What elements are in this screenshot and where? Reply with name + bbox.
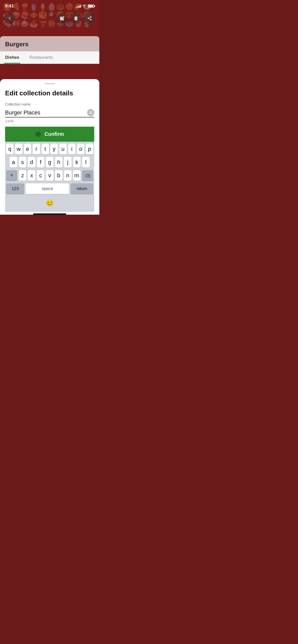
key-n[interactable]: n <box>64 170 71 181</box>
keyboard-row-1: q w e r t y u i o p <box>6 144 93 154</box>
tab-dishes[interactable]: Dishes <box>0 51 24 64</box>
key-y[interactable]: y <box>50 144 58 154</box>
sheet-handle <box>45 83 55 84</box>
key-a[interactable]: a <box>10 157 17 168</box>
key-r[interactable]: r <box>33 144 40 154</box>
key-e[interactable]: e <box>24 144 31 154</box>
key-i[interactable]: i <box>68 144 76 154</box>
key-f[interactable]: f <box>37 157 45 168</box>
collection-header: Burgers <box>0 36 99 51</box>
key-o[interactable]: o <box>77 144 84 154</box>
key-g[interactable]: g <box>46 157 53 168</box>
key-c[interactable]: c <box>37 170 44 181</box>
key-l[interactable]: l <box>82 157 90 168</box>
key-q[interactable]: q <box>6 144 13 154</box>
key-numbers[interactable]: 123 <box>6 183 24 194</box>
clear-input-button[interactable] <box>87 109 94 116</box>
delete-button[interactable] <box>70 13 82 24</box>
status-time: 9:41 <box>5 4 14 9</box>
key-j[interactable]: j <box>64 157 72 168</box>
key-u[interactable]: u <box>59 144 67 154</box>
tab-restaurants[interactable]: Restaurants <box>24 51 58 64</box>
keyboard: q w e r t y u i o p a s d f g h j k l <box>5 142 94 212</box>
keyboard-row-4: 123 space return <box>6 183 93 194</box>
bottom-sheet: Edit collection details Collection name … <box>0 79 99 215</box>
confirm-button[interactable]: Confirm <box>5 127 94 142</box>
status-bar: 9:41 <box>0 0 99 11</box>
key-w[interactable]: w <box>15 144 22 154</box>
key-x[interactable]: x <box>28 170 35 181</box>
key-emoji[interactable]: 😊 <box>8 198 92 208</box>
home-indicator <box>33 213 66 215</box>
key-b[interactable]: b <box>55 170 62 181</box>
collection-title: Burgers <box>5 41 94 48</box>
status-icons <box>76 4 94 8</box>
keyboard-row-2: a s d f g h j k l <box>6 157 93 168</box>
key-space[interactable]: space <box>26 183 69 194</box>
collection-name-input[interactable] <box>5 108 87 117</box>
header-right-icons <box>57 13 95 24</box>
back-button[interactable] <box>4 13 15 24</box>
signal-icon <box>76 5 81 8</box>
edit-button[interactable] <box>57 13 68 24</box>
key-m[interactable]: m <box>73 170 80 181</box>
svg-line-4 <box>89 17 90 18</box>
key-v[interactable]: v <box>46 170 53 181</box>
field-label: Collection name <box>5 102 94 106</box>
key-p[interactable]: p <box>86 144 93 154</box>
tabs-row: Dishes Restaurants <box>0 51 99 64</box>
key-backspace[interactable] <box>82 170 93 181</box>
svg-line-3 <box>89 19 90 19</box>
key-d[interactable]: d <box>28 157 35 168</box>
battery-icon <box>88 5 94 8</box>
header-toolbar <box>0 11 99 26</box>
wifi-icon <box>82 4 86 8</box>
key-z[interactable]: z <box>19 170 26 181</box>
key-t[interactable]: t <box>42 144 49 154</box>
share-button[interactable] <box>84 13 95 24</box>
key-shift[interactable] <box>6 170 17 181</box>
sheet-title: Edit collection details <box>5 89 94 97</box>
key-h[interactable]: h <box>55 157 63 168</box>
key-k[interactable]: k <box>73 157 81 168</box>
text-input-row <box>5 108 94 118</box>
key-return[interactable]: return <box>71 183 93 194</box>
char-count: 13/40 <box>5 119 94 123</box>
key-s[interactable]: s <box>19 157 26 168</box>
confirm-circle-icon <box>35 131 41 137</box>
keyboard-row-3: z x c v b n m <box>6 170 93 181</box>
keyboard-bottom-row: 😊 <box>6 197 93 210</box>
